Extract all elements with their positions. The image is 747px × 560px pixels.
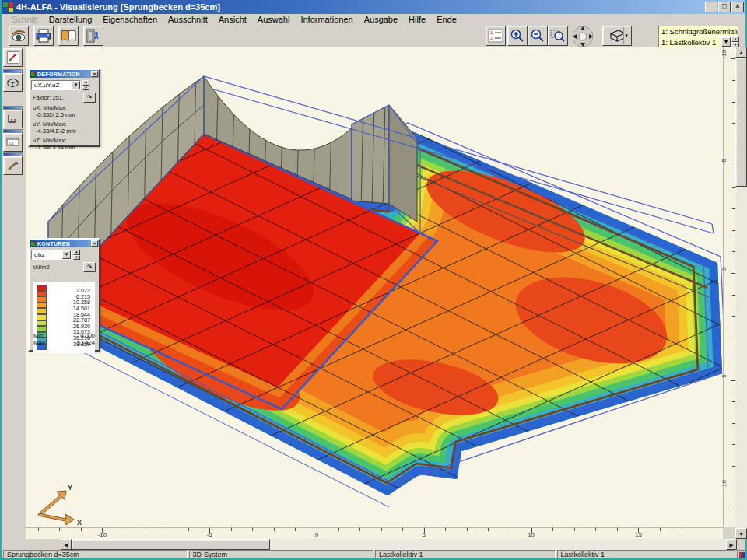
print-button[interactable] [33,26,54,46]
axis-display-button[interactable] [3,110,23,128]
exit-button[interactable] [83,26,103,46]
vertical-ruler: -10-50510 [723,47,735,527]
system-view-button[interactable] [3,73,23,92]
zoom-window-button[interactable] [548,26,568,46]
menu-eigenschaften[interactable]: Eigenschaften [97,15,163,24]
konturen-spinner[interactable]: ▲▼ [73,250,80,260]
menu-schnitt: Schnitt [6,15,44,24]
hruler-label: 15 [635,531,642,538]
annotate-button[interactable] [3,156,23,175]
hscroll-thumb[interactable] [72,539,270,550]
legend-swatch [37,314,47,320]
legend-swatch [37,326,47,332]
scroll-left-icon[interactable]: ◀ [61,539,72,550]
edit-mode-button[interactable] [3,48,23,67]
deformation-selector-combo[interactable]: uX,uY,uZ ▼ [31,80,81,90]
min-label: Min: [33,332,44,339]
axis-icon [6,114,19,124]
panel-icon [30,72,36,77]
svg-text:23: 23 [9,141,14,145]
legend-swatch [37,291,47,297]
menu-bar: SchnittDarstellungEigenschaftenAusschnit… [2,14,745,25]
horizontal-scrollbar[interactable]: ◀ ▶ [61,539,737,550]
hruler-label: -10 [98,531,107,538]
deformation-panel-titlebar[interactable]: DEFORMATION × [30,70,99,78]
spin-up-icon[interactable]: ▲ [731,37,739,42]
view-direction-drop[interactable]: ▼ [623,27,630,44]
konturen-scale-button[interactable]: ↷ [83,262,96,272]
deformation-stat-label: uX: Min/Max: [33,104,96,111]
screw-pencil-icon [7,160,19,171]
book-icon [61,29,76,43]
menu-darstellung[interactable]: Darstellung [44,15,98,24]
manual-button[interactable] [58,26,79,46]
konturen-selector-value: σbz [34,251,44,258]
pan-control[interactable] [570,25,595,48]
menu-auswahl[interactable]: Auswahl [252,15,296,24]
maximize-button[interactable]: □ [718,2,731,12]
vscroll-thumb[interactable] [735,58,747,187]
result-type-value: 1: Schnittgrößenermittlung [661,27,738,36]
wire-box-icon [6,77,19,88]
hruler-label: 0 [315,531,318,538]
zoom-out-icon [530,29,545,43]
hruler-label: 5 [423,531,426,538]
scroll-up-icon[interactable]: ▲ [735,47,747,58]
horizontal-ruler: -10-5051015 [26,527,723,539]
menu-hilfe[interactable]: Hilfe [403,15,431,24]
close-button[interactable]: × [731,2,744,12]
konturen-drop-icon[interactable]: ▼ [62,250,71,259]
status-system: 3D-System [189,550,374,558]
legend-swatch [37,320,47,327]
menu-ausgabe[interactable]: Ausgabe [359,15,403,24]
axes-indicator: Y X [38,484,82,527]
deformation-selector-value: uX,uY,uZ [34,82,59,89]
title-bar[interactable]: 4H-ALFA - Visualisierung [Sprungbecken d… [2,0,745,14]
viewport-canvas[interactable]: Y X DEFORMATION × uX,uY,uZ ▼ ▲▼ Faktor: … [26,47,723,527]
label-display-button[interactable]: 23 [3,133,23,152]
menu-informationen[interactable]: Informationen [295,15,358,24]
vertical-scrollbar[interactable]: ▲ ▼ [735,47,747,539]
loadcase-spinner[interactable]: ▲ ▼ [731,37,739,47]
zoom-window-icon [550,29,566,43]
zoom-out-button[interactable] [528,26,548,46]
deformation-stats: uX: Min/Max:-0.352/ 2.5 mmuY: Min/Max:-4… [33,104,96,151]
loadcase-drop-icon[interactable]: ▼ [721,37,731,47]
konturen-close-icon[interactable]: × [91,240,98,247]
vruler-label: 5 [721,368,728,383]
view-direction-button[interactable]: ▼ [602,26,632,46]
deformation-drop-icon[interactable]: ▼ [72,81,80,89]
view-options-button[interactable] [9,26,29,46]
app-icon [3,2,13,12]
konturen-panel: KONTUREN × σbz ▼ ▲▼ kN/m2 ↷ 2.0726.21510… [28,238,100,352]
zoom-in-button[interactable] [507,26,528,46]
menu-ausschnitt[interactable]: Ausschnitt [163,15,213,24]
scroll-down-icon[interactable]: ▼ [735,528,747,539]
status-bar: Sprungbecken d=35cm 3D-System Lastkollek… [3,550,745,559]
minimize-button[interactable]: _ [705,2,717,12]
exit-door-icon [86,29,101,43]
menu-ansicht[interactable]: Ansicht [213,15,252,24]
deformation-scale-button[interactable]: ↷ [83,93,96,103]
deformation-spinner[interactable]: ▲▼ [82,80,89,90]
max-value: 53.424 [77,339,95,346]
deformation-panel-title: DEFORMATION [37,72,80,77]
status-loadcase-1: Lastkollektiv 1 [375,550,556,558]
konturen-selector-combo[interactable]: σbz ▼ [31,250,72,260]
result-type-combo[interactable]: 1: Schnittgrößenermittlung ▼ [658,26,738,37]
konturen-panel-titlebar[interactable]: KONTUREN × [30,240,99,247]
hruler-label: 10 [528,531,535,538]
svg-text:X: X [77,519,82,527]
printer-icon [36,29,51,43]
label-icon: 23 [6,138,19,147]
toolbar: 1: 2: [2,25,745,47]
deformation-stat-label: uZ: Min/Max: [33,137,96,144]
min-value: 0.000 [80,332,95,339]
deformation-close-icon[interactable]: × [91,71,98,77]
menu-ende[interactable]: Ende [431,15,462,24]
svg-text:Y: Y [68,484,72,492]
app-window: 4H-ALFA - Visualisierung [Sprungbecken d… [0,0,747,560]
result-list-button[interactable]: 1: 2: [486,26,506,46]
pan-pad-icon [570,25,595,48]
scroll-right-icon[interactable]: ▶ [726,539,737,550]
